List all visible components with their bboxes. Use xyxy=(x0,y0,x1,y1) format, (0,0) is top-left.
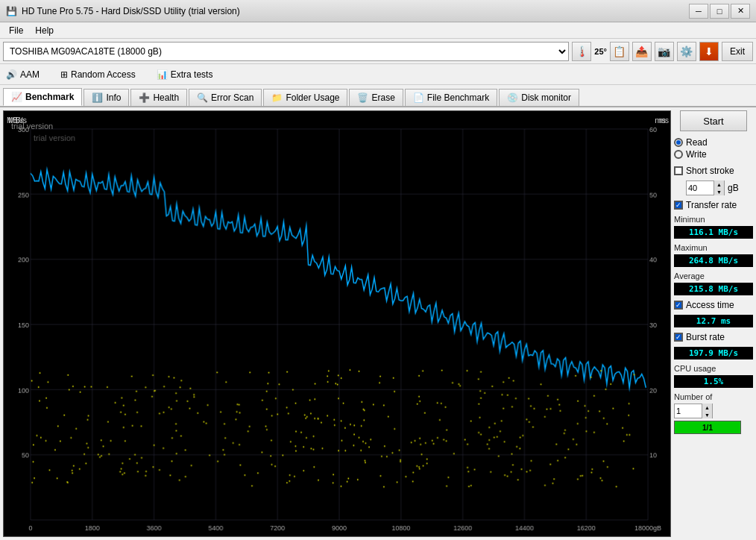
menu-help[interactable]: Help xyxy=(29,24,60,37)
chart-canvas xyxy=(4,111,670,536)
access-time-label: Access time xyxy=(686,300,734,310)
minimize-button[interactable]: ─ xyxy=(689,4,708,19)
short-stroke-row: Short stroke xyxy=(674,166,753,176)
extra-tests-icon: 📊 xyxy=(157,69,168,80)
progress-text: 1/1 xyxy=(675,424,740,432)
average-label: Average xyxy=(674,271,753,280)
erase-label: Erase xyxy=(371,92,394,103)
short-stroke-up[interactable]: ▲ xyxy=(714,180,724,188)
toolbar-btn-1[interactable]: 📋 xyxy=(610,42,629,61)
tab-error-scan[interactable]: 🔍 Error Scan xyxy=(189,89,262,106)
toolbar-btn-3[interactable]: 📷 xyxy=(655,42,674,61)
burst-rate-box xyxy=(674,333,683,342)
access-time-value: 12.7 ms xyxy=(674,315,753,327)
exit-button[interactable]: Exit xyxy=(722,42,753,61)
error-scan-icon: 🔍 xyxy=(197,92,208,103)
tab-disk-monitor[interactable]: 💿 Disk monitor xyxy=(499,89,579,106)
file-benchmark-label: File Benchmark xyxy=(427,92,489,103)
benchmark-chart: MB/s ms trial version xyxy=(3,110,671,537)
trial-watermark: trial version xyxy=(11,122,53,131)
short-stroke-input-wrapper: ▲ ▼ xyxy=(686,180,725,195)
temp-value: 25° xyxy=(594,47,607,56)
aam-icon: 🔊 xyxy=(6,69,17,80)
toolbar-btn-2[interactable]: 📤 xyxy=(632,42,652,61)
transfer-rate-box xyxy=(674,201,683,210)
random-access-icon: ⊞ xyxy=(60,69,68,80)
short-stroke-checkbox[interactable]: Short stroke xyxy=(674,166,734,176)
number-of-down[interactable]: ▼ xyxy=(702,411,712,418)
tab-folder-usage[interactable]: 📁 Folder Usage xyxy=(263,89,347,106)
write-radio[interactable]: Write xyxy=(674,149,753,160)
start-button[interactable]: Start xyxy=(680,110,747,131)
folder-usage-icon: 📁 xyxy=(271,92,283,103)
toolbar-btn-4[interactable]: ⚙️ xyxy=(677,42,696,61)
title-bar: 💾 HD Tune Pro 5.75 - Hard Disk/SSD Utili… xyxy=(0,0,756,22)
tab-erase[interactable]: 🗑️ Erase xyxy=(349,89,403,106)
maximize-button[interactable]: □ xyxy=(710,4,729,19)
maximum-section: Maximun 264.8 MB/s xyxy=(674,243,753,267)
cpu-usage-label: CPU usage xyxy=(674,364,753,373)
short-stroke-spinners: ▲ ▼ xyxy=(714,180,724,195)
tab-benchmark[interactable]: 📈 Benchmark xyxy=(3,88,82,106)
benchmark-label: Benchmark xyxy=(25,92,74,102)
read-label: Read xyxy=(686,137,708,148)
short-stroke-down[interactable]: ▼ xyxy=(714,188,724,195)
write-label: Write xyxy=(686,149,707,160)
tab-extra-tests[interactable]: 📊 Extra tests xyxy=(154,68,216,81)
tabs-row2: 📈 Benchmark ℹ️ Info ➕ Health 🔍 Error Sca… xyxy=(0,85,756,107)
menu-bar: File Help xyxy=(0,22,756,39)
extra-tests-label: Extra tests xyxy=(171,69,213,80)
short-stroke-unit: gB xyxy=(728,183,739,193)
tab-random-access[interactable]: ⊞ Random Access xyxy=(57,68,139,81)
tab-aam[interactable]: 🔊 AAM xyxy=(3,68,42,81)
info-label: Info xyxy=(106,92,121,103)
drive-selector[interactable]: TOSHIBA MG09ACA18TE (18000 gB) xyxy=(3,42,569,61)
read-radio-circle xyxy=(674,138,683,147)
read-radio[interactable]: Read xyxy=(674,137,753,148)
short-stroke-label: Short stroke xyxy=(686,166,734,176)
health-icon: ➕ xyxy=(139,92,150,103)
menu-file[interactable]: File xyxy=(3,24,29,37)
drive-bar: TOSHIBA MG09ACA18TE (18000 gB) 🌡️ 25° 📋 … xyxy=(0,39,756,64)
title-bar-left: 💾 HD Tune Pro 5.75 - Hard Disk/SSD Utili… xyxy=(6,6,240,16)
title-bar-controls: ─ □ ✕ xyxy=(689,4,750,19)
tab-info[interactable]: ℹ️ Info xyxy=(84,89,129,106)
tab-health[interactable]: ➕ Health xyxy=(130,89,187,106)
toolbar-btn-5[interactable]: ⬇ xyxy=(699,42,719,61)
number-of-row: ▲ ▼ xyxy=(674,404,753,418)
write-radio-circle xyxy=(674,150,683,159)
burst-rate-checkbox[interactable]: Burst rate xyxy=(674,332,753,342)
error-scan-label: Error Scan xyxy=(211,92,253,103)
number-of-spinners: ▲ ▼ xyxy=(702,404,712,418)
main-content: MB/s ms trial version Start Read Write S… xyxy=(0,107,756,540)
access-time-checkbox[interactable]: Access time xyxy=(674,300,753,310)
maximum-value: 264.8 MB/s xyxy=(674,254,753,267)
right-panel: Start Read Write Short stroke ▲ ▼ xyxy=(674,107,756,540)
folder-usage-label: Folder Usage xyxy=(286,92,339,103)
disk-monitor-icon: 💿 xyxy=(507,92,518,103)
transfer-rate-checkbox[interactable]: Transfer rate xyxy=(674,200,753,210)
access-time-box xyxy=(674,301,683,310)
maximum-label: Maximun xyxy=(674,243,753,252)
benchmark-icon: 📈 xyxy=(11,92,22,102)
average-section: Average 215.8 MB/s xyxy=(674,271,753,295)
close-button[interactable]: ✕ xyxy=(731,4,750,19)
number-of-input[interactable] xyxy=(675,406,702,415)
short-stroke-input[interactable] xyxy=(687,183,714,192)
burst-rate-label: Burst rate xyxy=(686,332,725,342)
number-of-up[interactable]: ▲ xyxy=(702,404,712,411)
read-write-group: Read Write xyxy=(674,136,753,161)
tab-file-benchmark[interactable]: 📄 File Benchmark xyxy=(405,89,497,106)
app-icon: 💾 xyxy=(6,6,17,16)
minimum-value: 116.1 MB/s xyxy=(674,226,753,239)
transfer-rate-label: Transfer rate xyxy=(686,200,737,210)
number-of-label: Number of xyxy=(674,392,753,401)
app-title: HD Tune Pro 5.75 - Hard Disk/SSD Utility… xyxy=(22,6,240,16)
short-stroke-box xyxy=(674,166,683,175)
progress-bar: 1/1 xyxy=(674,421,741,434)
temp-button[interactable]: 🌡️ xyxy=(572,42,591,61)
erase-icon: 🗑️ xyxy=(357,92,368,103)
number-of-input-wrapper: ▲ ▼ xyxy=(674,404,713,418)
burst-rate-value: 197.9 MB/s xyxy=(674,347,753,360)
health-label: Health xyxy=(153,92,179,103)
